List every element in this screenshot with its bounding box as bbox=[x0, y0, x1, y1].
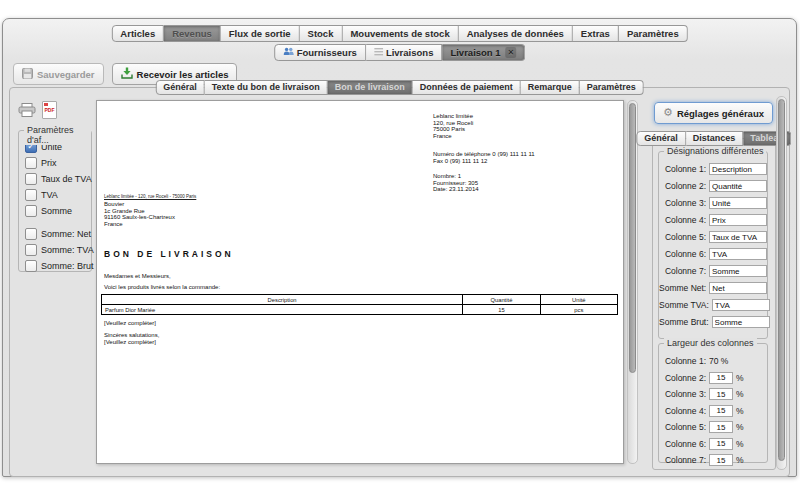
items-table: Description Quantité Unité Parfum Dior M… bbox=[101, 294, 618, 315]
tab-livraison-1-label: Livraison 1 bbox=[450, 47, 500, 58]
intro-line: Voici les produits livrés selon la comma… bbox=[104, 284, 220, 291]
gear-icon: ⚙ bbox=[663, 108, 673, 118]
colonne-7-width-input[interactable] bbox=[709, 454, 733, 466]
general-settings-button[interactable]: ⚙ Réglages généraux bbox=[654, 102, 773, 124]
document-scrollbar-thumb[interactable] bbox=[629, 103, 636, 373]
tab-donnees-de-paiement[interactable]: Données de paiement bbox=[413, 80, 521, 95]
checkbox-taux-de-tva[interactable]: Taux de TVA bbox=[25, 173, 91, 184]
placeholder-line-2: [Veuillez compléter] bbox=[104, 339, 156, 346]
tab-settings-distances[interactable]: Distances bbox=[686, 131, 744, 146]
pdf-icon[interactable]: PDF bbox=[42, 101, 57, 119]
main-tab-bar: Articles Revenus Flux de sortie Stock Mo… bbox=[111, 25, 687, 42]
tab-livraison-1[interactable]: Livraison 1 ✕ bbox=[442, 44, 525, 61]
width-row-5: Colonne 5: % bbox=[659, 421, 767, 433]
app-window: Articles Revenus Flux de sortie Stock Mo… bbox=[2, 18, 797, 477]
checkbox-icon bbox=[25, 228, 37, 240]
colonne-1-input[interactable] bbox=[709, 163, 767, 175]
designations-group: Désignations différentes Colonne 1: Colo… bbox=[658, 151, 768, 339]
company-phone: Numéro de téléphone 0 (99) 111 11 11 Fax… bbox=[433, 151, 535, 164]
designation-row-2: Colonne 2: bbox=[659, 180, 767, 192]
document-title: BON DE LIVRAISON bbox=[104, 251, 234, 258]
tab-livraisons-label: Livraisons bbox=[386, 47, 434, 58]
general-settings-label: Réglages généraux bbox=[677, 108, 764, 119]
download-icon bbox=[121, 67, 133, 81]
somme-tva-row: Somme TVA: bbox=[659, 299, 767, 311]
receive-articles-label: Recevoir les articles bbox=[137, 69, 229, 80]
company-address: Leblanc limitée 120, rue Roceli 75000 Pa… bbox=[433, 113, 473, 139]
tab-general[interactable]: Général bbox=[155, 80, 205, 95]
checkbox-somme[interactable]: Somme bbox=[25, 205, 91, 216]
close-icon[interactable]: ✕ bbox=[506, 47, 517, 58]
tab-remarque[interactable]: Remarque bbox=[521, 80, 580, 95]
tab-stock[interactable]: Stock bbox=[300, 25, 343, 42]
tab-fournisseurs[interactable]: Fournisseurs bbox=[274, 44, 366, 61]
save-icon bbox=[22, 68, 33, 81]
colonne-3-width-input[interactable] bbox=[709, 388, 733, 400]
colonne-6-input[interactable] bbox=[709, 248, 767, 260]
tab-mouvements-de-stock[interactable]: Mouvements de stock bbox=[342, 25, 458, 42]
display-parameters-group: Paramètres d'af... ✓ Unité Prix Taux de … bbox=[18, 130, 92, 272]
placeholder-line: [Veuillez compléter] bbox=[104, 320, 156, 327]
column-widths-form: Colonne 1: 70 % Colonne 2: % Colonne 3: … bbox=[659, 344, 767, 466]
designations-title: Désignations différentes bbox=[664, 146, 766, 156]
colonne-4-input[interactable] bbox=[709, 214, 767, 226]
width-row-1: Colonne 1: 70 % bbox=[659, 355, 767, 367]
tab-texte-du-bon[interactable]: Texte du bon de livraison bbox=[205, 80, 328, 95]
tab-settings-general[interactable]: Général bbox=[636, 131, 686, 146]
tab-analyses-de-donnees[interactable]: Analyses de données bbox=[459, 25, 573, 42]
somme-net-input[interactable] bbox=[709, 282, 767, 294]
document-tab-bar: Fournisseurs Livraisons Livraison 1 ✕ bbox=[274, 44, 526, 61]
width-row-6: Colonne 6: % bbox=[659, 438, 767, 450]
designations-form: Colonne 1: Colonne 2: Colonne 3: Co bbox=[659, 152, 767, 328]
sender-line: Leblanc limitée - 120, rue Roceli - 7500… bbox=[104, 194, 196, 201]
designation-row-6: Colonne 6: bbox=[659, 248, 767, 260]
tab-parametres[interactable]: Paramètres bbox=[619, 25, 688, 42]
tab-fournisseurs-label: Fournisseurs bbox=[297, 47, 357, 58]
panel-scrollbar[interactable] bbox=[776, 96, 787, 470]
checkbox-somme-net[interactable]: Somme: Net bbox=[25, 228, 91, 239]
checkbox-somme-tva[interactable]: Somme: TVA bbox=[25, 244, 91, 255]
colonne-2-input[interactable] bbox=[709, 180, 767, 192]
display-parameters-list: ✓ Unité Prix Taux de TVA TVA bbox=[19, 131, 91, 271]
tab-parametres-preview[interactable]: Paramètres bbox=[580, 80, 644, 95]
designation-row-1: Colonne 1: bbox=[659, 163, 767, 175]
closing-line: Sincères salutations, bbox=[104, 332, 159, 339]
colonne-5-width-input[interactable] bbox=[709, 421, 733, 433]
tab-bon-de-livraison[interactable]: Bon de livraison bbox=[328, 80, 413, 95]
tab-revenus[interactable]: Revenus bbox=[164, 25, 221, 42]
greeting-line: Mesdames et Messieurs, bbox=[104, 273, 171, 280]
colonne-4-width-input[interactable] bbox=[709, 405, 733, 417]
checkbox-somme-brut[interactable]: Somme: Brut bbox=[25, 260, 91, 271]
width-row-3: Colonne 3: % bbox=[659, 388, 767, 400]
somme-tva-input[interactable] bbox=[712, 299, 770, 311]
document-scrollbar[interactable] bbox=[627, 100, 638, 464]
colonne-5-input[interactable] bbox=[709, 231, 767, 243]
printer-icon[interactable] bbox=[18, 103, 36, 117]
checkbox-tva[interactable]: TVA bbox=[25, 189, 91, 200]
colonne-2-width-input[interactable] bbox=[709, 372, 733, 384]
suppliers-icon bbox=[283, 47, 294, 58]
width-row-4: Colonne 4: % bbox=[659, 405, 767, 417]
export-icons: PDF bbox=[18, 101, 57, 119]
table-row: Parfum Dior Mariée 15 pcs bbox=[102, 305, 618, 315]
checkbox-prix[interactable]: Prix bbox=[25, 157, 91, 168]
tab-articles[interactable]: Articles bbox=[111, 25, 164, 42]
tab-flux-de-sortie[interactable]: Flux de sortie bbox=[221, 25, 300, 42]
settings-tab-bar: Général Distances Tableau bbox=[636, 131, 791, 146]
tab-extras[interactable]: Extras bbox=[573, 25, 619, 42]
screen: Articles Revenus Flux de sortie Stock Mo… bbox=[0, 0, 800, 500]
checkbox-icon bbox=[25, 205, 37, 217]
checkbox-icon bbox=[25, 189, 37, 201]
somme-net-row: Somme Net: bbox=[659, 282, 767, 294]
panel-scrollbar-thumb[interactable] bbox=[778, 99, 785, 461]
somme-brut-input[interactable] bbox=[712, 316, 770, 328]
save-button[interactable]: Sauvegarder bbox=[13, 63, 104, 85]
recipient-address: Bouvier 1c Grande Rue 91160 Saulx-les-Ch… bbox=[104, 201, 175, 227]
tab-livraisons[interactable]: Livraisons bbox=[366, 44, 443, 61]
colonne-7-input[interactable] bbox=[709, 265, 767, 277]
document-meta: Nombre: 1 Fournisseur: 305 Date: 23.11.2… bbox=[433, 173, 479, 193]
colonne-6-width-input[interactable] bbox=[709, 438, 733, 450]
colonne-3-input[interactable] bbox=[709, 197, 767, 209]
width-row-7: Colonne 7: % bbox=[659, 454, 767, 466]
preview-tab-bar: Général Texte du bon de livraison Bon de… bbox=[155, 80, 644, 95]
